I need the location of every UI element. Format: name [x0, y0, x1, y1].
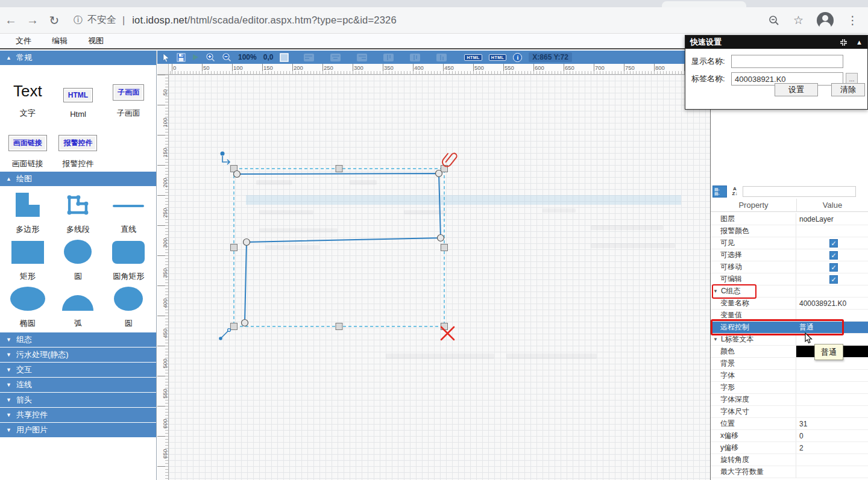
align-bottom-icon[interactable] — [436, 54, 447, 61]
drawing-item-4[interactable]: 圆 — [53, 240, 104, 282]
property-row-9[interactable]: 远程控制普通 — [711, 322, 868, 334]
vertex-handle[interactable] — [242, 320, 248, 326]
page-info-icon[interactable]: ⓘ — [74, 14, 83, 26]
property-row-18[interactable]: x偏移0 — [711, 430, 868, 442]
property-filter-input[interactable] — [743, 186, 856, 197]
vertex-handle[interactable] — [436, 170, 442, 177]
property-row-16[interactable]: 字体尺寸 — [711, 406, 868, 418]
drawing-item-5[interactable]: 圆角矩形 — [103, 240, 154, 282]
property-row-4[interactable]: 可移动✓ — [711, 261, 868, 273]
checkbox-checked-icon[interactable]: ✓ — [829, 239, 838, 248]
sidebar-section-drawing[interactable]: ▲绘图 — [0, 172, 156, 186]
run-preview-icon[interactable] — [192, 54, 199, 61]
browser-menu-icon[interactable]: ⋮ — [847, 13, 858, 27]
forward-icon[interactable]: → — [22, 13, 43, 27]
property-row-2[interactable]: 可见✓ — [711, 237, 868, 249]
collapse-panel-icon[interactable]: ▲ — [856, 39, 863, 46]
group-expand-icon[interactable]: ▼ — [713, 337, 718, 342]
vertex-handle[interactable] — [234, 171, 241, 178]
save-icon[interactable] — [177, 53, 186, 62]
palette-item-4[interactable]: 报警控件报警控件 — [53, 121, 104, 169]
align-top-icon[interactable] — [383, 54, 394, 61]
back-icon[interactable]: ← — [0, 13, 22, 27]
sidebar-section-collapsed-2[interactable]: ▼交互 — [0, 363, 156, 377]
property-row-11[interactable]: 颜色 — [711, 346, 868, 358]
property-row-8[interactable]: 变量值 — [711, 310, 868, 322]
drawing-item-7[interactable]: 弧 — [53, 287, 104, 329]
resize-handle[interactable] — [441, 245, 448, 251]
profile-avatar-icon[interactable] — [817, 12, 834, 29]
browser-tab[interactable] — [662, 1, 746, 7]
sidebar-section-collapsed-3[interactable]: ▼连线 — [0, 378, 156, 392]
info-icon[interactable]: i — [513, 53, 522, 62]
menu-item-0[interactable]: 文件 — [11, 34, 36, 48]
group-expand-icon[interactable]: ▼ — [713, 288, 718, 294]
property-row-21[interactable]: 最大字符数量 — [711, 466, 868, 478]
property-row-10[interactable]: ▼L标签文本 — [711, 334, 868, 346]
security-label[interactable]: 不安全 — [87, 14, 116, 26]
bookmark-star-icon[interactable]: ☆ — [793, 13, 804, 27]
menu-item-1[interactable]: 编辑 — [47, 34, 72, 48]
drawing-item-0[interactable]: 多边形 — [2, 193, 53, 235]
checkbox-checked-icon[interactable]: ✓ — [829, 263, 838, 272]
html-export-icon[interactable]: HTML — [464, 54, 482, 61]
property-row-17[interactable]: 位置31 — [711, 418, 868, 430]
property-row-5[interactable]: 可编辑✓ — [711, 273, 868, 285]
property-row-13[interactable]: 字体 — [711, 370, 868, 382]
property-row-3[interactable]: 可选择✓ — [711, 249, 868, 261]
drawing-item-8[interactable]: 圆 — [103, 287, 154, 329]
vertex-handle[interactable] — [438, 235, 444, 242]
display-name-input[interactable] — [731, 55, 843, 68]
categorized-view-icon[interactable]: ▤-▤- — [712, 185, 727, 198]
drawing-item-3[interactable]: 矩形 — [2, 240, 53, 282]
property-row-7[interactable]: 变量名称400038921.K0 — [711, 298, 868, 310]
property-row-15[interactable]: 字体深度 — [711, 394, 868, 406]
segment-handle-dot[interactable] — [228, 329, 231, 332]
property-row-1[interactable]: 报警颜色 — [711, 225, 868, 237]
palette-item-0[interactable]: Text文字 — [2, 70, 53, 119]
resize-handle[interactable] — [336, 323, 342, 330]
property-row-12[interactable]: 背景 — [711, 358, 868, 370]
sidebar-section-collapsed-0[interactable]: ▼组态 — [0, 332, 156, 347]
zoom-out-icon[interactable] — [222, 52, 231, 62]
zoom-out-page-icon[interactable] — [768, 14, 780, 26]
drawing-item-1[interactable]: 多线段 — [53, 193, 104, 235]
checkbox-checked-icon[interactable]: ✓ — [829, 251, 838, 260]
align-middle-icon[interactable] — [410, 54, 420, 61]
resize-handle[interactable] — [336, 166, 342, 172]
layer-frame-icon[interactable] — [280, 53, 289, 62]
palette-item-3[interactable]: 画面链接画面链接 — [2, 121, 53, 169]
alphabetical-sort-icon[interactable]: AZ↓ — [729, 187, 740, 196]
property-row-19[interactable]: y偏移2 — [711, 442, 868, 454]
zoom-in-icon[interactable] — [206, 52, 215, 62]
align-right-icon[interactable] — [357, 54, 367, 61]
property-row-6[interactable]: ▼C组态 — [711, 285, 868, 298]
drawing-item-2[interactable]: 直线 — [103, 193, 154, 235]
clear-button[interactable]: 清除 — [831, 83, 865, 96]
sidebar-section-collapsed-4[interactable]: ▼箭头 — [0, 393, 156, 407]
sidebar-section-general[interactable]: ▲常规 — [0, 51, 156, 65]
align-left-icon[interactable] — [304, 54, 314, 61]
dock-panel-icon[interactable] — [840, 39, 848, 46]
select-cursor-icon[interactable] — [162, 53, 170, 62]
vertex-handle[interactable] — [244, 239, 250, 246]
checkbox-checked-icon[interactable]: ✓ — [829, 275, 838, 284]
property-row-20[interactable]: 旋转角度 — [711, 454, 868, 466]
align-center-icon[interactable] — [330, 54, 341, 61]
menu-item-2[interactable]: 视图 — [83, 34, 108, 48]
property-row-14[interactable]: 字形 — [711, 382, 868, 394]
url-text[interactable]: iot.idosp.net/html/scada/editor.aspx.htm… — [132, 14, 397, 26]
sidebar-section-collapsed-5[interactable]: ▼共享控件 — [0, 408, 156, 422]
drawing-item-6[interactable]: 椭圆 — [2, 287, 53, 329]
resize-handle[interactable] — [231, 323, 237, 330]
palette-item-2[interactable]: 子画面子画面 — [103, 70, 154, 119]
resize-handle[interactable] — [231, 245, 237, 251]
reload-icon[interactable]: ↻ — [43, 13, 65, 28]
html-view-icon[interactable]: HTML — [489, 54, 506, 61]
set-button[interactable]: 设置 — [775, 83, 818, 96]
design-canvas[interactable] — [169, 75, 710, 480]
sidebar-section-collapsed-1[interactable]: ▼污水处理(静态) — [0, 348, 156, 362]
selected-polyline-shape[interactable] — [237, 173, 441, 323]
sidebar-section-collapsed-6[interactable]: ▼用户图片 — [0, 423, 156, 437]
property-row-0[interactable]: 图层nodeLayer — [711, 213, 868, 225]
